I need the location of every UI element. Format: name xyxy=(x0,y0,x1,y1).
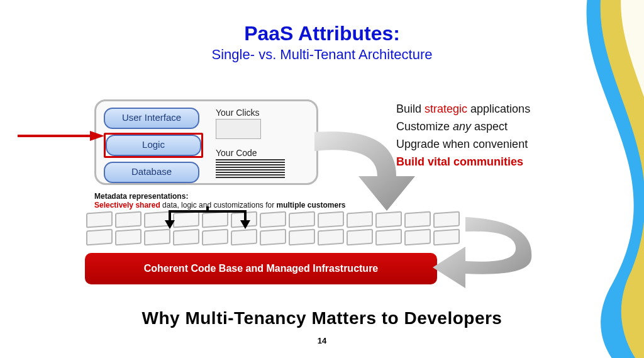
tenant-cube xyxy=(86,211,113,228)
code-snippet-icon xyxy=(216,159,285,178)
tenant-cube xyxy=(318,211,344,228)
branch-arrows-icon xyxy=(157,205,258,230)
mouse-hand-icon xyxy=(216,119,261,139)
tenant-cube xyxy=(202,229,228,246)
tenant-cube xyxy=(347,229,373,246)
slide-subtitle: Single- vs. Multi-Tenant Architecture xyxy=(0,47,644,63)
tenant-cube xyxy=(404,211,431,228)
tenant-cube xyxy=(347,211,373,228)
tenant-cube xyxy=(433,211,460,228)
layer-ui: User Interface xyxy=(104,108,199,129)
tenant-cube xyxy=(404,229,431,246)
tenant-cube xyxy=(144,229,170,246)
tenant-cube xyxy=(115,229,142,246)
tenant-cube xyxy=(318,229,344,246)
tenant-cube xyxy=(260,211,286,228)
tenant-cube xyxy=(289,211,315,228)
app-stack-box: User Interface Logic Database Your Click… xyxy=(94,99,318,185)
tenant-cube xyxy=(260,229,286,246)
tenant-cube xyxy=(375,229,402,246)
diagram-area: User Interface Logic Database Your Click… xyxy=(38,82,553,302)
tenant-cube xyxy=(375,211,402,228)
layer-logic-highlight: Logic xyxy=(104,133,203,158)
slide-tagline: Why Multi-Tenancy Matters to Developers xyxy=(0,308,644,328)
tenant-instances-row: /* placeholder — cubes row filled below … xyxy=(85,211,450,247)
slide-title: PaaS Attributes: xyxy=(0,22,644,45)
tenant-cube xyxy=(433,229,460,246)
tenant-cube xyxy=(289,229,315,246)
tenant-cube xyxy=(86,229,113,246)
svg-marker-1 xyxy=(90,131,104,141)
tenant-cube xyxy=(173,229,199,246)
highlight-arrow-icon xyxy=(18,130,106,142)
your-clicks-label: Your Clicks xyxy=(216,108,310,118)
svg-marker-3 xyxy=(240,220,250,229)
infrastructure-banner: Coherent Code Base and Managed Infrastru… xyxy=(85,253,437,284)
flow-arrow-down-icon xyxy=(302,113,428,214)
your-code-label: Your Code xyxy=(216,148,310,158)
tenant-cube xyxy=(115,211,142,228)
tenant-cube xyxy=(231,229,257,246)
slide-number: 14 xyxy=(0,336,644,345)
layer-db: Database xyxy=(104,162,199,183)
svg-marker-2 xyxy=(165,220,175,229)
layer-logic: Logic xyxy=(106,135,201,156)
